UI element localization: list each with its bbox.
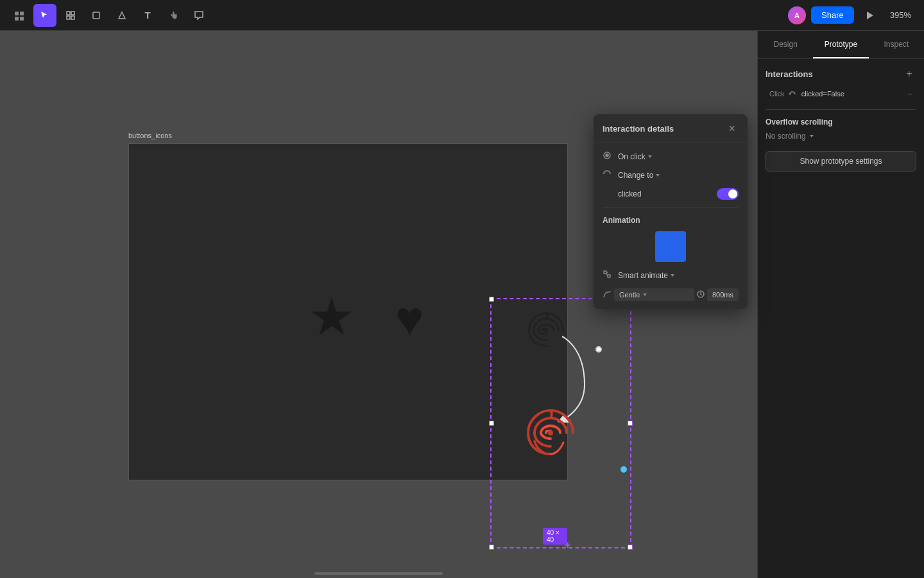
share-button[interactable]: Share: [811, 6, 854, 24]
panel-content: Interactions + Click clicked=False − Ove…: [758, 59, 924, 578]
svg-rect-14: [604, 271, 606, 274]
heart-shape[interactable]: ♥: [395, 295, 424, 343]
canvas-wrapper: buttons_icons ★ ♥: [0, 31, 757, 578]
animation-controls: Gentle 800ms: [603, 288, 739, 301]
variable-label: clicked: [603, 189, 712, 198]
svg-rect-1: [20, 12, 24, 15]
svg-marker-9: [867, 12, 873, 19]
svg-rect-7: [71, 16, 74, 19]
play-button[interactable]: [859, 5, 880, 26]
frame-container[interactable]: ★ ♥: [128, 143, 568, 480]
svg-rect-0: [15, 12, 19, 15]
interactions-title: Interactions: [766, 69, 813, 79]
trigger-icon: [603, 151, 614, 162]
toolbar-left: T: [8, 4, 210, 27]
trigger-row: On click: [603, 151, 739, 162]
interaction-value-label: clicked=False: [801, 90, 844, 98]
handle-bottom-left[interactable]: [489, 545, 494, 550]
action-row: Change to: [603, 170, 739, 180]
user-avatar: A: [788, 6, 806, 24]
add-interaction-button[interactable]: +: [902, 67, 916, 81]
easing-dropdown[interactable]: Gentle: [614, 288, 694, 301]
show-prototype-settings-button[interactable]: Show prototype settings: [766, 151, 916, 171]
interaction-type-icon: [789, 89, 798, 98]
tab-prototype[interactable]: Prototype: [813, 31, 868, 58]
remove-interaction-button[interactable]: −: [907, 89, 912, 99]
animation-section-title: Animation: [603, 216, 739, 225]
toggle-thumb: [728, 189, 737, 198]
overflow-scrolling-title: Overflow scrolling: [766, 118, 916, 127]
animation-section: Animation Smart anim: [603, 216, 739, 301]
action-dropdown[interactable]: Change to: [618, 171, 739, 180]
text-tool-icon: T: [144, 10, 150, 21]
details-panel-title: Interaction details: [603, 124, 674, 134]
text-tool-button[interactable]: T: [136, 4, 159, 27]
smart-animate-dropdown[interactable]: Smart animate: [618, 271, 739, 280]
interactions-section-header: Interactions +: [766, 67, 916, 81]
action-icon: [603, 170, 614, 180]
close-details-button[interactable]: ✕: [726, 122, 739, 135]
panel-tabs: Design Prototype Inspect: [758, 31, 924, 59]
svg-rect-15: [608, 275, 610, 277]
main-menu-button[interactable]: [8, 4, 31, 27]
fingerprint-black-icon[interactable]: [524, 308, 569, 353]
action-label: Change to: [618, 171, 653, 180]
svg-rect-5: [71, 12, 74, 15]
connection-dot-start[interactable]: [595, 346, 602, 353]
handle-top-left[interactable]: [489, 297, 494, 302]
pen-tool-button[interactable]: [110, 4, 133, 27]
duration-input[interactable]: 800ms: [707, 288, 739, 301]
easing-label: Gentle: [619, 291, 640, 299]
hand-tool-button[interactable]: [162, 4, 185, 27]
overflow-value-label: No scrolling: [766, 132, 806, 141]
interaction-details-panel: Interaction details ✕ On click: [594, 114, 748, 309]
canvas-scrollbar[interactable]: [314, 572, 443, 575]
tab-design[interactable]: Design: [758, 31, 813, 58]
connection-dot-end[interactable]: [620, 466, 627, 473]
add-component-indicator[interactable]: +: [565, 539, 570, 551]
frame-label: buttons_icons: [128, 132, 172, 139]
animation-divider: [603, 207, 739, 208]
right-panel: Design Prototype Inspect Interactions + …: [757, 31, 924, 578]
size-label: 40 × 40: [543, 528, 567, 545]
tab-inspect[interactable]: Inspect: [869, 31, 924, 58]
svg-rect-4: [67, 12, 70, 15]
interaction-item[interactable]: Click clicked=False −: [766, 86, 916, 101]
frame-tool-button[interactable]: [59, 4, 82, 27]
shape-tool-button[interactable]: [85, 4, 108, 27]
svg-rect-8: [93, 12, 99, 19]
svg-rect-3: [20, 17, 24, 21]
trigger-dropdown[interactable]: On click: [618, 152, 739, 161]
comment-tool-button[interactable]: [187, 4, 210, 27]
overflow-value-dropdown[interactable]: No scrolling: [766, 132, 916, 141]
svg-point-11: [548, 430, 553, 435]
select-tool-button[interactable]: [33, 4, 56, 27]
handle-mid-right[interactable]: [628, 421, 633, 426]
svg-rect-2: [15, 17, 19, 21]
smart-animate-row: Smart animate: [603, 270, 739, 281]
duration-icon: [697, 290, 705, 300]
toolbar: T A Share 395%: [0, 0, 924, 31]
details-body: On click Change to: [594, 143, 748, 309]
trigger-label: On click: [618, 152, 646, 161]
smart-animate-label: Smart animate: [618, 271, 668, 280]
animation-preview-box: [655, 231, 686, 262]
main-area: buttons_icons ★ ♥: [0, 31, 924, 578]
duration-label: 800ms: [712, 291, 733, 299]
toolbar-right: A Share 395%: [788, 5, 916, 26]
interaction-trigger-label: Click: [769, 90, 785, 98]
variable-toggle[interactable]: [717, 188, 739, 200]
overflow-section: Overflow scrolling No scrolling: [766, 118, 916, 141]
toggle-row: clicked: [603, 188, 739, 200]
svg-point-10: [544, 328, 549, 333]
zoom-level[interactable]: 395%: [885, 8, 916, 22]
svg-rect-6: [67, 16, 70, 19]
easing-icon: [603, 290, 612, 301]
handle-bottom-right[interactable]: [628, 545, 633, 550]
handle-mid-left[interactable]: [489, 421, 494, 426]
svg-point-13: [606, 154, 608, 157]
smart-animate-icon: [603, 270, 614, 281]
fingerprint-red-icon[interactable]: [522, 404, 579, 462]
section-divider: [766, 109, 916, 110]
star-shape[interactable]: ★: [309, 292, 355, 343]
